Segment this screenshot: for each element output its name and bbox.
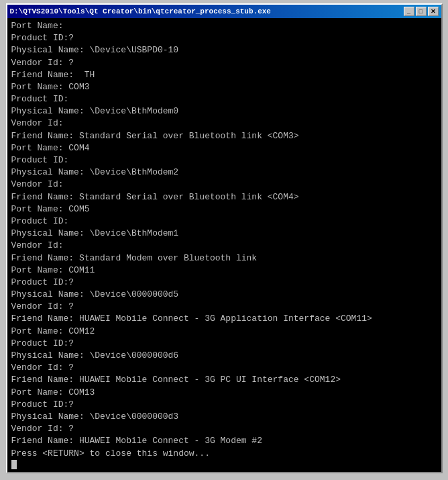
terminal-line: Product ID: [11, 93, 437, 105]
terminal-line: Physical Name: \Device\USBPD0-10 [11, 44, 437, 56]
terminal-line: Product ID:? [11, 277, 437, 289]
terminal-line: Port Name: COM5 [11, 203, 437, 215]
terminal-line: Product ID:? [11, 338, 437, 350]
terminal-line: Friend Name: TH [11, 69, 437, 81]
terminal-line: Vendor Id: ? [11, 301, 437, 313]
terminal-line: Product ID: [11, 215, 437, 228]
terminal-line: Physical Name: \Device\BthModem2 [11, 166, 437, 179]
terminal-line: Port Name: COM4 [11, 142, 437, 154]
terminal-line: Friend Name: Standard Modem over Bluetoo… [11, 252, 437, 265]
terminal-output: Port Name: Product ID:Physical Name: \De… [7, 18, 441, 472]
terminal-line: Vendor Id: ? [11, 362, 437, 374]
terminal-line: Port Name: COM11 [11, 265, 437, 277]
terminal-line: Friend Name: Standard Serial over Blueto… [11, 191, 437, 203]
terminal-line: Vendor Id: [11, 240, 437, 252]
window-controls: _ □ ✕ [404, 7, 439, 16]
maximize-button[interactable]: □ [416, 7, 427, 16]
window-title: D:\QTVS2010\Tools\Qt Creator\bin\qtcreat… [10, 7, 271, 15]
terminal-line: Product ID: [11, 154, 437, 166]
terminal-line: Friend Name: Standard Serial over Blueto… [11, 130, 437, 142]
terminal-line: Vendor Id: [11, 117, 437, 130]
minimize-button[interactable]: _ [404, 7, 414, 16]
terminal-line: Friend Name: HUAWEI Mobile Connect - 3G … [11, 374, 437, 386]
terminal-line: Port Name: COM12 [11, 326, 437, 338]
terminal-line: Vendor Id: ? [11, 423, 437, 435]
cursor-line [11, 460, 437, 469]
terminal-line: Friend Name: HUAWEI Mobile Connect - 3G … [11, 313, 437, 325]
terminal-line: Physical Name: \Device\BthModem1 [11, 228, 437, 240]
title-bar: D:\QTVS2010\Tools\Qt Creator\bin\qtcreat… [7, 5, 441, 18]
terminal-cursor [11, 460, 17, 469]
terminal-line: Physical Name: \Device\BthModem0 [11, 105, 437, 117]
terminal-line: Vendor Id: ? [11, 57, 437, 69]
main-window: D:\QTVS2010\Tools\Qt Creator\bin\qtcreat… [6, 3, 443, 473]
terminal-line: Physical Name: \Device\0000000d6 [11, 350, 437, 362]
terminal-line: Physical Name: \Device\0000000d3 [11, 411, 437, 423]
close-button[interactable]: ✕ [428, 7, 439, 16]
terminal-line: Product ID:? [11, 399, 437, 411]
terminal-line: Port Name: [11, 20, 437, 32]
terminal-line: Port Name: COM13 [11, 387, 437, 399]
terminal-line: Port Name: COM3 [11, 81, 437, 93]
terminal-line: Vendor Id: [11, 179, 437, 191]
terminal-line: Friend Name: HUAWEI Mobile Connect - 3G … [11, 435, 437, 447]
terminal-line: Product ID:? [11, 32, 437, 44]
terminal-line: Press <RETURN> to close this window... [11, 448, 437, 460]
terminal-line: Physical Name: \Device\0000000d5 [11, 289, 437, 301]
